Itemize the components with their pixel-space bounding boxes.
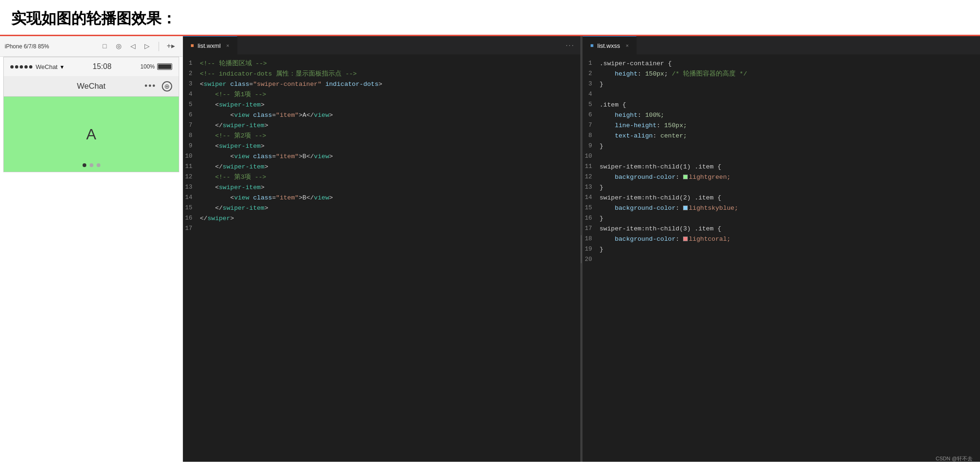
brace-token: { <box>717 225 721 232</box>
wxss-file-icon: ■ <box>590 42 593 49</box>
swiper-dot-1 <box>83 163 86 167</box>
add-icon[interactable]: +▸ <box>167 42 175 50</box>
swiper-dot-2 <box>90 163 93 167</box>
tag-token: swiper <box>204 81 227 88</box>
bracket-token: > <box>261 101 265 108</box>
brace-token: } <box>600 81 603 88</box>
tablet-icon[interactable]: □ <box>100 42 109 50</box>
circle-icon[interactable]: ◎ <box>114 42 123 50</box>
tab-more-button[interactable]: ··· <box>560 36 580 54</box>
comment-token: /* 轮播图容器的高度 */ <box>672 70 747 77</box>
value-token: center; <box>657 132 687 139</box>
text-token <box>200 184 215 191</box>
line-number: 12 <box>183 172 200 182</box>
line-number: 9 <box>583 141 600 151</box>
text-token <box>200 122 215 129</box>
forward-icon[interactable]: ▷ <box>143 42 151 50</box>
line-number: 7 <box>183 121 200 130</box>
code-line: 18 background-color: lightcoral; <box>583 234 980 244</box>
bracket-token: < <box>230 112 234 119</box>
line-number: 20 <box>583 255 600 265</box>
prop-token: background-color <box>615 174 676 181</box>
line-number: 8 <box>183 131 200 141</box>
code-line: 4 <box>583 90 980 100</box>
back-icon[interactable]: ◁ <box>129 42 137 50</box>
nav-plus-circle[interactable]: ⊕ <box>162 81 172 92</box>
line-number: 15 <box>183 203 200 213</box>
battery-bar <box>157 63 172 70</box>
line-number: 3 <box>183 79 200 89</box>
scrollbar-thumb <box>581 235 582 263</box>
value-token: 150px <box>645 70 664 77</box>
tag-token: view <box>234 153 249 160</box>
wxss-tab[interactable]: ■ list.wxss × <box>583 36 637 54</box>
bracket-token: < <box>200 81 204 88</box>
text-token <box>227 81 230 88</box>
tag-token: swiper-item <box>223 122 265 129</box>
code-line: 5 <swiper-item> <box>183 100 580 110</box>
wechat-nav-title: WeChat <box>77 82 106 91</box>
xml-tab-filename: list.wxml <box>198 42 220 49</box>
status-time: 15:08 <box>92 62 111 71</box>
value-token: 150px; <box>661 122 687 129</box>
code-line: 14 <view class="item">B</view> <box>183 193 580 203</box>
xml-code-area[interactable]: 1<!-- 轮播图区域 -->2<!-- indicator-dots 属性：显… <box>183 55 580 462</box>
prop-token: background-color <box>615 205 676 212</box>
line-number: 15 <box>583 203 600 213</box>
device-name[interactable]: iPhone 6/7/8 85% <box>5 43 49 50</box>
carrier-label: WeChat <box>36 63 58 70</box>
status-left: WeChat ▾ <box>10 63 64 70</box>
attr-token: class <box>230 81 250 88</box>
xml-tab[interactable]: ■ list.wxml × <box>183 36 237 54</box>
line-number: 13 <box>583 183 600 192</box>
bracket-token: > <box>329 153 333 160</box>
line-content: <swiper class="swiper-container" indicat… <box>200 79 573 90</box>
color-swatch <box>683 175 688 179</box>
bracket-token: </ <box>306 194 314 201</box>
code-line: 8 text-align: center; <box>583 131 980 141</box>
code-line: 3<swiper class="swiper-container" indica… <box>183 79 580 90</box>
line-content: swiper-item:nth-child(2) .item { <box>600 193 972 203</box>
tag-token: swiper-item <box>219 184 261 191</box>
page-title-area: 实现如图的轮播图效果： <box>0 0 980 35</box>
bracket-token: > <box>265 163 268 170</box>
status-right: 100% <box>140 63 172 70</box>
brace-token: } <box>600 143 603 150</box>
code-line: 13 <swiper-item> <box>183 183 580 193</box>
line-number: 6 <box>583 110 600 120</box>
wxss-tab-filename: list.wxss <box>597 42 620 49</box>
brace-token: { <box>623 101 626 108</box>
selector-token: swiper-item:nth-child(1) .item <box>600 163 717 170</box>
code-line: 16} <box>583 214 980 224</box>
code-line: 13} <box>583 183 980 193</box>
line-content: <swiper-item> <box>200 141 573 152</box>
line-content: <!-- 轮播图区域 --> <box>200 59 573 69</box>
code-line: 12 background-color: lightgreen; <box>583 172 980 183</box>
signal-dot-2 <box>15 65 18 69</box>
line-number: 11 <box>183 162 200 172</box>
line-content: text-align: center; <box>600 131 972 141</box>
line-content: <!-- 第2项 --> <box>200 131 573 141</box>
line-content: line-height: 150px; <box>600 121 972 131</box>
line-content: <view class="item">B</view> <box>200 193 573 203</box>
tag-token: swiper <box>207 215 230 222</box>
comment-token: <!-- indicator-dots 属性：显示面板指示点 --> <box>200 70 357 77</box>
code-line: 1<!-- 轮播图区域 --> <box>183 59 580 69</box>
bracket-token: > <box>299 112 303 119</box>
string-token: "item" <box>276 112 299 119</box>
nav-dots-icon[interactable]: ••• <box>144 81 156 91</box>
line-content: swiper-item:nth-child(1) .item { <box>600 162 972 172</box>
status-bar: WeChat ▾ 15:08 100% <box>4 57 179 76</box>
wxss-code-area[interactable]: 1.swiper-container {2 height: 150px; /* … <box>583 55 980 462</box>
code-line: 11 </swiper-item> <box>183 162 580 172</box>
bracket-token: </ <box>306 112 314 119</box>
line-number: 11 <box>583 162 600 172</box>
brace-token: } <box>600 246 603 253</box>
line-number: 17 <box>183 224 200 234</box>
line-content: <!-- 第1项 --> <box>200 90 573 100</box>
main-layout: iPhone 6/7/8 85% □ ◎ ◁ ▷ +▸ <box>0 35 980 462</box>
wxss-tab-close[interactable]: × <box>626 43 629 48</box>
text-token <box>200 205 215 212</box>
signal-dot-5 <box>29 65 32 69</box>
xml-tab-close[interactable]: × <box>226 43 229 48</box>
